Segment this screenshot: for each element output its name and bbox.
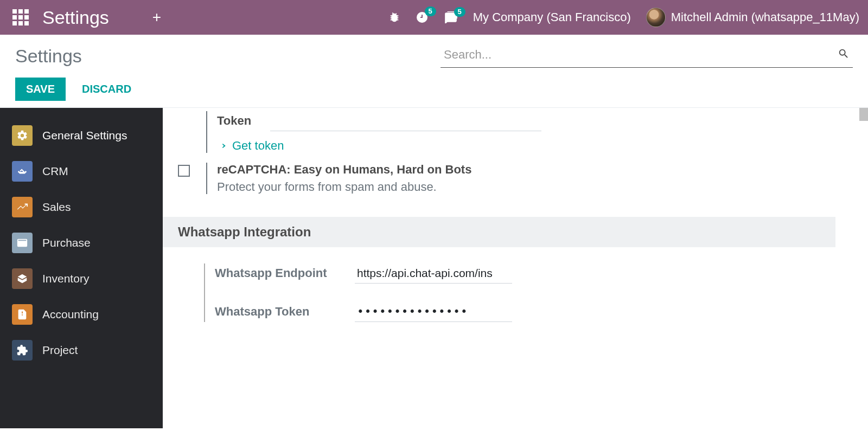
sidebar-item-label: General Settings (42, 129, 127, 142)
sidebar-item-crm[interactable]: CRM (0, 153, 163, 189)
arrow-right-icon (217, 141, 227, 151)
gear-icon (12, 125, 33, 146)
save-button[interactable]: SAVE (15, 78, 66, 101)
sidebar-item-project[interactable]: Project (0, 332, 163, 368)
avatar (646, 8, 666, 27)
recaptcha-checkbox[interactable] (178, 165, 190, 177)
sidebar-item-purchase[interactable]: Purchase (0, 225, 163, 261)
user-menu[interactable]: Mitchell Admin (whatsappe_11May) (646, 8, 859, 27)
get-token-link[interactable]: Get token (217, 139, 846, 153)
username: Mitchell Admin (whatsappe_11May) (671, 10, 859, 24)
wa-token-input[interactable] (355, 302, 512, 322)
sidebar-item-label: Sales (42, 201, 71, 214)
breadcrumb: Settings (15, 46, 82, 67)
apps-menu-icon[interactable] (9, 5, 33, 29)
recaptcha-desc: Protect your forms from spam and abuse. (217, 180, 846, 194)
sidebar-item-label: Inventory (42, 272, 89, 285)
sidebar-item-inventory[interactable]: Inventory (0, 261, 163, 297)
token-input[interactable] (270, 111, 541, 131)
sidebar-item-label: Purchase (42, 236, 91, 249)
settings-content: Token Get token (163, 108, 868, 428)
sidebar-item-label: Project (42, 344, 78, 357)
discard-button[interactable]: DISCARD (73, 78, 140, 101)
sidebar-item-label: Accounting (42, 308, 99, 321)
invoice-icon (12, 304, 33, 325)
wa-endpoint-input[interactable] (355, 263, 512, 284)
scrollbar[interactable] (859, 108, 868, 121)
search-input[interactable] (441, 44, 853, 68)
sidebar-item-accounting[interactable]: Accounting (0, 297, 163, 332)
box-icon (12, 268, 33, 289)
sidebar-item-sales[interactable]: Sales (0, 189, 163, 225)
search-icon[interactable] (838, 48, 850, 62)
app-title[interactable]: Settings (42, 7, 109, 28)
get-token-label: Get token (232, 139, 284, 153)
puzzle-icon (12, 340, 33, 361)
bug-icon[interactable] (388, 11, 400, 23)
new-item-button[interactable]: + (152, 9, 161, 26)
chart-up-icon (12, 197, 33, 217)
messages-badge: 5 (454, 7, 465, 17)
card-icon (12, 233, 33, 253)
whatsapp-section-header: Whatsapp Integration (163, 217, 835, 247)
apps-grid-icon (12, 9, 29, 25)
wa-token-label: Whatsapp Token (215, 305, 340, 319)
company-selector[interactable]: My Company (San Francisco) (473, 10, 631, 24)
handshake-icon (12, 161, 33, 182)
token-label: Token (217, 114, 255, 128)
messages-icon[interactable]: 5 (444, 11, 458, 23)
sidebar-item-general-settings[interactable]: General Settings (0, 118, 163, 153)
sidebar-item-label: CRM (42, 165, 68, 178)
recaptcha-title: reCAPTCHA: Easy on Humans, Hard on Bots (217, 163, 846, 177)
settings-sidebar: General Settings CRM Sales Purchase Inve… (0, 108, 163, 428)
activity-badge: 5 (425, 7, 436, 16)
wa-endpoint-label: Whatsapp Endpoint (215, 266, 340, 280)
activity-icon[interactable]: 5 (416, 11, 429, 24)
